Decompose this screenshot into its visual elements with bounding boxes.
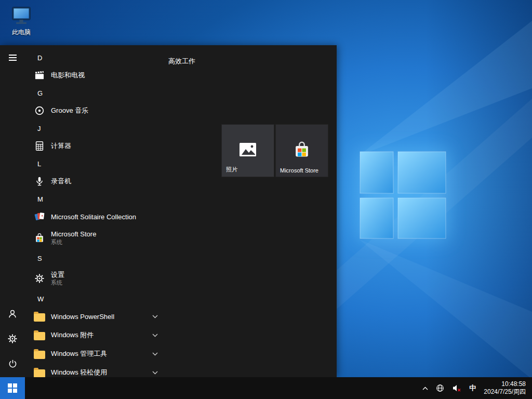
settings-gear-icon <box>7 333 18 347</box>
app-label: 电影和电视 <box>51 71 85 80</box>
app-section-letter-s[interactable]: S <box>25 250 168 267</box>
folder-icon <box>33 348 46 360</box>
app-folder-windows-powershell[interactable]: Windows PowerShell <box>25 307 168 326</box>
chevron-up-icon <box>422 387 428 390</box>
chevron-down-icon[interactable] <box>152 371 158 375</box>
app-label: Windows 管理工具 <box>51 349 107 358</box>
app-section-letter-g[interactable]: G <box>25 85 168 101</box>
user-icon <box>7 308 18 322</box>
groove-music-icon <box>33 104 46 117</box>
taskbar-clock[interactable]: 10:48:58 2024/7/25/周四 <box>484 380 526 396</box>
section-letter: G <box>37 89 43 97</box>
desktop-icon-this-pc[interactable]: 此电脑 <box>6 5 36 36</box>
app-item-voice-recorder[interactable]: 录音机 <box>25 172 168 191</box>
folder-icon <box>33 329 46 341</box>
app-section-letter-w[interactable]: W <box>25 290 168 307</box>
app-folder-windows-admin-tools[interactable]: Windows 管理工具 <box>25 344 168 363</box>
start-button[interactable] <box>0 377 25 399</box>
calculator-icon <box>33 140 46 152</box>
chevron-down-icon[interactable] <box>152 315 158 318</box>
app-folder-windows-accessories[interactable]: Windows 附件 <box>25 326 168 344</box>
app-label: Groove 音乐 <box>51 106 88 115</box>
app-label: 设置 <box>51 271 64 279</box>
solitaire-icon <box>33 210 46 223</box>
movies-tv-icon <box>33 69 46 82</box>
app-label: Windows PowerShell <box>51 313 114 321</box>
ime-indicator[interactable]: 中 <box>469 377 476 399</box>
photos-icon <box>237 139 258 162</box>
store-bag-icon <box>292 139 312 162</box>
app-item-solitaire[interactable]: Microsoft Solitaire Collection <box>25 207 168 226</box>
clock-date: 2024/7/25/周四 <box>484 388 526 396</box>
windows-logo-icon <box>8 383 17 393</box>
globe-network-icon <box>436 384 444 392</box>
folder-icon <box>33 366 46 377</box>
settings-gear-icon <box>33 272 46 285</box>
network-status-button[interactable] <box>436 377 444 399</box>
start-menu: D 电影和电视 G <box>0 45 337 377</box>
app-label: 计算器 <box>51 141 71 151</box>
app-label: Microsoft Solitaire Collection <box>51 213 136 221</box>
section-letter: J <box>37 125 41 132</box>
section-letter: S <box>37 255 42 262</box>
tile-microsoft-store[interactable]: Microsoft Store <box>276 125 328 177</box>
section-letter: W <box>37 295 44 303</box>
hamburger-icon <box>9 55 17 61</box>
chevron-down-icon[interactable] <box>152 334 158 337</box>
power-icon <box>7 358 18 371</box>
start-app-list: D 电影和电视 G <box>25 45 168 377</box>
tile-label: 照片 <box>226 166 237 174</box>
store-bag-icon <box>33 232 46 244</box>
app-section-letter-d[interactable]: D <box>25 49 168 66</box>
app-label: Microsoft Store <box>51 230 96 238</box>
tile-group-title[interactable]: 高效工作 <box>168 57 195 66</box>
tile-label: Microsoft Store <box>280 167 318 174</box>
folder-icon <box>33 310 46 323</box>
app-sublabel: 系统 <box>51 280 64 286</box>
volume-muted-button[interactable] <box>452 377 461 399</box>
clock-time: 10:48:58 <box>484 380 526 388</box>
section-letter: D <box>37 54 42 62</box>
tile-photos[interactable]: 照片 <box>222 125 274 177</box>
this-pc-icon <box>10 5 33 28</box>
app-sublabel: 系统 <box>51 239 96 246</box>
system-tray: 中 10:48:58 2024/7/25/周四 <box>422 377 532 399</box>
start-tiles-area: 高效工作 照片 <box>168 45 337 377</box>
tile-grid: 照片 Microsoft Store <box>222 125 328 177</box>
app-item-settings[interactable]: 设置 系统 <box>25 267 168 290</box>
settings-button[interactable] <box>0 327 25 352</box>
app-label: Windows 附件 <box>51 330 94 340</box>
start-menu-rail <box>0 45 25 377</box>
section-letter: L <box>37 160 41 168</box>
app-item-groove-music[interactable]: Groove 音乐 <box>25 101 168 120</box>
app-section-letter-l[interactable]: L <box>25 155 168 172</box>
app-folder-windows-ease-of-access[interactable]: Windows 轻松使用 <box>25 363 168 377</box>
app-label: 录音机 <box>51 177 71 186</box>
app-label: Windows 轻松使用 <box>51 368 107 377</box>
desktop-icon-label: 此电脑 <box>12 29 31 36</box>
user-account-button[interactable] <box>0 302 25 327</box>
expand-menu-button[interactable] <box>0 45 25 70</box>
app-section-letter-m[interactable]: M <box>25 191 168 207</box>
tray-overflow-button[interactable] <box>422 377 428 399</box>
app-item-calculator[interactable]: 计算器 <box>25 137 168 155</box>
section-letter: M <box>37 195 43 203</box>
app-item-movies-tv[interactable]: 电影和电视 <box>25 66 168 85</box>
rail-bottom-buttons <box>0 302 25 377</box>
taskbar: 中 10:48:58 2024/7/25/周四 <box>0 377 532 399</box>
app-section-letter-j[interactable]: J <box>25 120 168 137</box>
power-button[interactable] <box>0 352 25 377</box>
volume-muted-icon <box>452 384 461 392</box>
voice-recorder-icon <box>33 175 46 188</box>
app-item-microsoft-store[interactable]: Microsoft Store 系统 <box>25 226 168 250</box>
chevron-down-icon[interactable] <box>152 352 158 356</box>
